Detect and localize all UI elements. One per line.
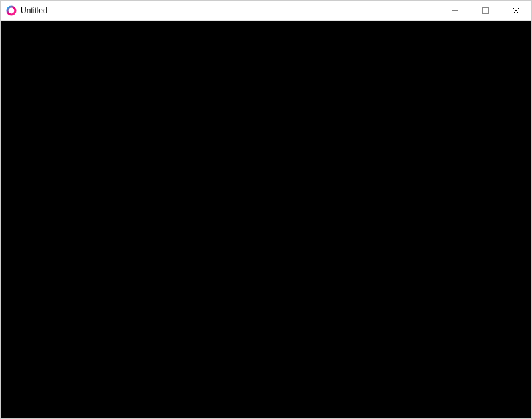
minimize-button[interactable] xyxy=(440,1,470,20)
maximize-icon xyxy=(482,7,489,14)
window-title: Untitled xyxy=(21,6,48,15)
close-icon xyxy=(513,7,519,14)
content-area xyxy=(1,21,531,418)
application-window: Untitled xyxy=(0,0,532,419)
close-button[interactable] xyxy=(501,1,531,20)
svg-rect-2 xyxy=(483,7,489,13)
window-controls xyxy=(440,1,531,20)
maximize-button[interactable] xyxy=(470,1,501,20)
svg-point-0 xyxy=(7,7,15,15)
titlebar[interactable]: Untitled xyxy=(1,1,531,21)
minimize-icon xyxy=(452,7,458,14)
app-icon xyxy=(6,5,17,16)
